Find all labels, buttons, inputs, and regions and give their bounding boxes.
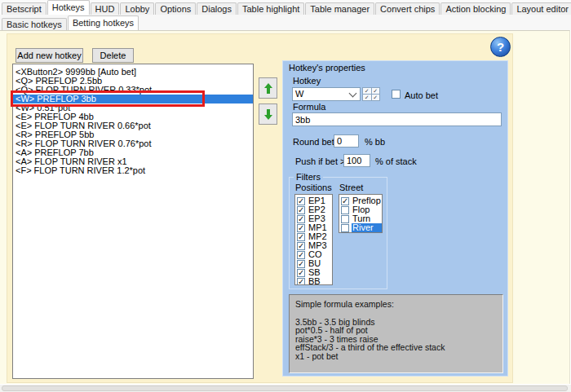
main-tab[interactable]: Layout editor (511, 2, 571, 15)
tab-page: Add new hotkey Delete <XButton2> 9999bb … (0, 30, 570, 384)
sub-tab[interactable]: Betting hotkeys (68, 15, 139, 30)
filters-group: Filters Positions Street EP1 EP2 (289, 177, 387, 289)
hotkey-modifier-spinner[interactable]: ✓ ✓ ✓ ✓ (362, 87, 380, 101)
street-checkbox[interactable] (341, 206, 349, 214)
auto-bet-label: Auto bet (405, 90, 438, 100)
street-checkbox[interactable] (341, 215, 349, 223)
street-list[interactable]: Preflop Flop Turn River (339, 194, 383, 233)
position-filter-item[interactable]: BB (295, 277, 332, 285)
horizontal-scrollbar[interactable] (0, 385, 571, 392)
betting-hotkeys-page: Add new hotkey Delete <XButton2> 9999bb … (7, 33, 513, 383)
main-tab[interactable]: Action blocking (440, 2, 511, 15)
arrow-down-icon-stem (267, 109, 270, 115)
hotkey-label: Hotkey (293, 76, 321, 86)
main-tab[interactable]: Lobby (120, 2, 154, 15)
main-tab-bar: BetscriptHotkeysHUDLobbyOptionsDialogsTa… (0, 0, 571, 15)
sub-tab-bar: Basic hotkeysBetting hotkeys (0, 15, 571, 30)
positions-label: Positions (295, 183, 332, 192)
street-item-label: River (352, 223, 382, 232)
formula-example-line: effStack/3 - a third of the effective st… (295, 343, 502, 352)
move-down-button[interactable] (259, 104, 277, 125)
formula-examples-title: Simple formula examples: (295, 300, 502, 309)
round-bet-input[interactable] (334, 134, 359, 148)
position-checkbox[interactable] (297, 278, 305, 286)
main-tab[interactable]: Dialogs (197, 2, 237, 15)
arrow-down-icon (264, 115, 272, 120)
street-filter-item[interactable]: River (339, 223, 382, 232)
spinner-cell-check-icon[interactable]: ✓ (363, 88, 371, 94)
main-tab[interactable]: Hotkeys (47, 0, 90, 15)
push-if-bet-label: Push if bet > (295, 156, 345, 166)
main-tab[interactable]: Table highlight (237, 2, 304, 15)
arrow-up-icon-stem (267, 88, 270, 94)
hotkey-list-item[interactable]: <F> FLOP TURN RIVER 1.2*pot (13, 166, 253, 175)
position-checkbox[interactable] (297, 215, 305, 223)
position-checkbox[interactable] (297, 233, 305, 241)
formula-examples-lines: 3.5bb - 3.5 big blindspot*0.5 - half of … (295, 318, 502, 361)
filters-title: Filters (294, 172, 323, 182)
main-tab[interactable]: HUD (91, 2, 120, 15)
main-tab[interactable]: Betscript (2, 2, 46, 15)
horizontal-scrollbar-thumb[interactable] (2, 385, 568, 391)
hotkey-properties-group: Hotkey's properties Hotkey W ✓ ✓ ✓ ✓ Aut… (282, 60, 508, 377)
main-tab[interactable]: Options (155, 2, 196, 15)
spinner-cell-check-icon[interactable]: ✓ (372, 88, 380, 94)
add-new-hotkey-button[interactable]: Add new hotkey (15, 48, 83, 63)
hotkey-select[interactable]: W (292, 87, 361, 101)
push-if-bet-input[interactable] (343, 154, 370, 167)
sub-tab[interactable]: Basic hotkeys (2, 18, 67, 30)
street-checkbox[interactable] (341, 224, 349, 232)
chevron-down-icon (349, 89, 357, 97)
hotkey-select-value: W (293, 88, 350, 100)
position-checkbox[interactable] (297, 197, 305, 205)
formula-label: Formula (293, 102, 325, 112)
formula-example-line: x1 - pot bet (295, 352, 502, 361)
push-if-bet-unit-label: % of stack (375, 156, 417, 166)
position-label: BB (308, 277, 332, 285)
position-checkbox[interactable] (297, 206, 305, 214)
move-up-button[interactable] (259, 77, 277, 99)
main-tab[interactable]: Convert chips (375, 2, 440, 15)
spinner-cell-check-icon[interactable]: ✓ (372, 95, 380, 100)
help-icon[interactable]: ? (490, 37, 511, 57)
spinner-cell-check-icon[interactable]: ✓ (363, 95, 371, 100)
street-checkbox[interactable] (341, 197, 349, 205)
hotkey-list[interactable]: <XButton2> 9999bb [Auto bet]<Q> PREFLOP … (12, 64, 254, 379)
position-checkbox[interactable] (297, 242, 305, 250)
main-tab[interactable]: Table manager (305, 2, 374, 15)
formula-examples-box: Simple formula examples: 3.5bb - 3.5 big… (289, 294, 503, 373)
round-bet-unit-label: % bb (365, 137, 385, 147)
position-checkbox[interactable] (297, 224, 305, 232)
position-checkbox[interactable] (297, 260, 305, 268)
group-title: Hotkey's properties (289, 63, 365, 73)
position-checkbox[interactable] (297, 251, 305, 259)
street-label: Street (339, 183, 363, 192)
position-checkbox[interactable] (297, 269, 305, 277)
delete-hotkey-button[interactable]: Delete (92, 48, 134, 63)
app-window: BetscriptHotkeysHUDLobbyOptionsDialogsTa… (0, 0, 571, 392)
positions-list[interactable]: EP1 EP2 EP3 MP1 (294, 194, 333, 285)
auto-bet-checkbox[interactable] (392, 90, 401, 99)
formula-example-line: pot*0.5 - half of pot (295, 326, 502, 335)
formula-input[interactable] (292, 112, 502, 126)
